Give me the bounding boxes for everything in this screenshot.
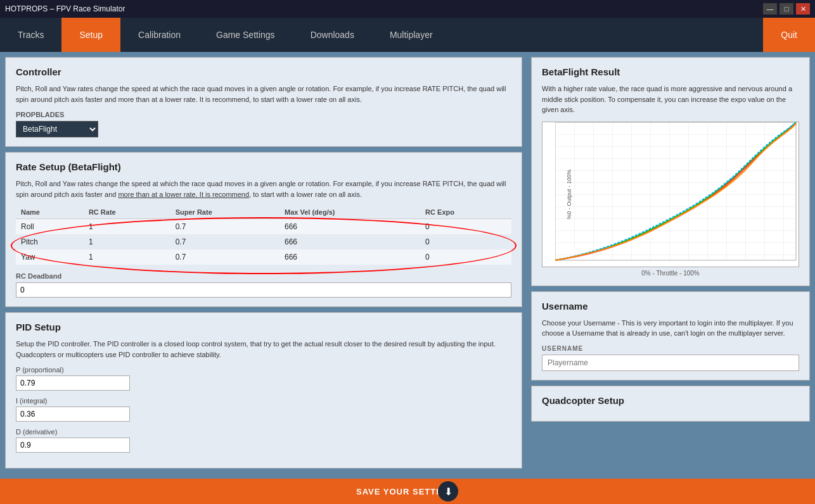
svg-rect-1 [555, 122, 796, 260]
window-controls: — □ ✕ [763, 3, 810, 15]
maximize-button[interactable]: □ [780, 3, 793, 15]
row-pitch-name: Pitch [16, 234, 84, 249]
nav-multiplayer[interactable]: Multiplayer [372, 18, 451, 52]
pid-p-label: P (proportional) [16, 366, 511, 374]
controller-panel: Controller Pitch, Roll and Yaw rates cha… [5, 57, 522, 147]
username-input[interactable] [542, 355, 799, 371]
quadcopter-setup-panel: Quadcopter Setup [531, 386, 810, 422]
pid-setup-title: PID Setup [16, 322, 511, 332]
row-yaw-max-vel: 666 [279, 249, 420, 265]
rate-setup-title: Rate Setup (BetaFlight) [16, 161, 511, 172]
row-yaw-name: Yaw [16, 249, 84, 265]
col-max-vel: Max Vel (deg/s) [279, 206, 420, 219]
minimize-button[interactable]: — [763, 3, 777, 15]
chart-x-label: 0% - Throttle - 100% [542, 270, 799, 277]
right-panel: BetaFlight Result With a higher rate val… [531, 57, 810, 474]
nav-tracks[interactable]: Tracks [0, 18, 61, 52]
row-yaw-rc-rate: 1 [84, 249, 170, 265]
pid-p-field: P (proportional) [16, 366, 511, 391]
pid-i-label: I (integral) [16, 397, 511, 405]
row-roll-max-vel: 666 [279, 219, 420, 235]
username-description: Choose your Username - This is very impo… [542, 318, 799, 339]
pid-d-input[interactable] [16, 438, 130, 453]
left-panel: Controller Pitch, Roll and Yaw rates cha… [5, 57, 526, 474]
rate-setup-description: Pitch, Roll and Yaw rates change the spe… [16, 179, 511, 199]
betaflight-result-title: BetaFlight Result [542, 66, 799, 77]
chart-y-label: %0 - Output - 100% [566, 169, 572, 219]
pid-i-field: I (integral) [16, 397, 511, 422]
betaflight-result-description: With a higher rate value, the race quad … [542, 84, 799, 115]
username-title: Username [542, 301, 799, 312]
username-field-label: USERNAME [542, 345, 799, 352]
table-row: Pitch 1 0.7 666 0 [16, 234, 511, 249]
nav-game-settings[interactable]: Game Settings [198, 18, 293, 52]
betaflight-result-panel: BetaFlight Result With a higher rate val… [531, 57, 810, 286]
table-row: Roll 1 0.7 666 0 [16, 219, 511, 235]
col-rc-expo: RC Expo [420, 206, 511, 219]
row-roll-name: Roll [16, 219, 84, 235]
nav-calibration[interactable]: Calibration [120, 18, 198, 52]
row-yaw-rc-expo: 0 [420, 249, 511, 265]
row-pitch-rc-rate: 1 [84, 234, 170, 249]
pid-d-label: D (derivative) [16, 428, 511, 436]
pid-p-input[interactable] [16, 375, 130, 391]
row-yaw-super-rate: 0.7 [170, 249, 279, 265]
row-pitch-super-rate: 0.7 [170, 234, 279, 249]
row-pitch-max-vel: 666 [279, 234, 420, 249]
nav-setup[interactable]: Setup [61, 18, 120, 52]
controller-description: Pitch, Roll and Yaw rates change the spe… [16, 84, 511, 104]
row-pitch-rc-expo: 0 [420, 234, 511, 249]
controller-title: Controller [16, 66, 511, 77]
quit-button[interactable]: Quit [763, 18, 815, 52]
row-roll-rc-expo: 0 [420, 219, 511, 235]
rc-deadband-input[interactable] [16, 282, 511, 298]
row-roll-super-rate: 0.7 [170, 219, 279, 235]
pid-d-field: D (derivative) [16, 428, 511, 453]
download-icon: ⬇ [438, 481, 458, 501]
propblades-label: PROPBLADES [16, 111, 511, 118]
col-rc-rate: RC Rate [84, 206, 170, 219]
betaflight-chart [555, 122, 799, 267]
pid-i-input[interactable] [16, 406, 130, 422]
app-title: HOTPROPS – FPV Race Simulator [5, 4, 763, 13]
pid-setup-description: Setup the PID controller. The PID contro… [16, 339, 511, 360]
nav-downloads[interactable]: Downloads [293, 18, 372, 52]
rate-setup-panel: Rate Setup (BetaFlight) Pitch, Roll and … [5, 152, 522, 307]
username-panel: Username Choose your Username - This is … [531, 291, 810, 381]
col-name: Name [16, 206, 84, 219]
propblades-dropdown-container: BetaFlight Silverware Default [16, 121, 511, 137]
rate-table-wrapper: Name RC Rate Super Rate Max Vel (deg/s) … [16, 206, 511, 265]
rate-table: Name RC Rate Super Rate Max Vel (deg/s) … [16, 206, 511, 265]
main-content: Controller Pitch, Roll and Yaw rates cha… [0, 52, 815, 479]
col-super-rate: Super Rate [170, 206, 279, 219]
table-row: Yaw 1 0.7 666 0 [16, 249, 511, 265]
close-button[interactable]: ✕ [796, 3, 810, 15]
quadcopter-setup-title: Quadcopter Setup [542, 395, 799, 406]
bottombar: SAVE YOUR SETTINGS ⬇ [0, 479, 815, 504]
chart-area: %0 - Output - 100% [542, 122, 799, 267]
pid-setup-panel: PID Setup Setup the PID controller. The … [5, 312, 522, 469]
rc-deadband-label: RC Deadband [16, 272, 511, 280]
navbar: Tracks Setup Calibration Game Settings D… [0, 18, 815, 52]
row-roll-rc-rate: 1 [84, 219, 170, 235]
titlebar: HOTPROPS – FPV Race Simulator — □ ✕ [0, 0, 815, 18]
propblades-dropdown[interactable]: BetaFlight Silverware Default [16, 121, 98, 137]
